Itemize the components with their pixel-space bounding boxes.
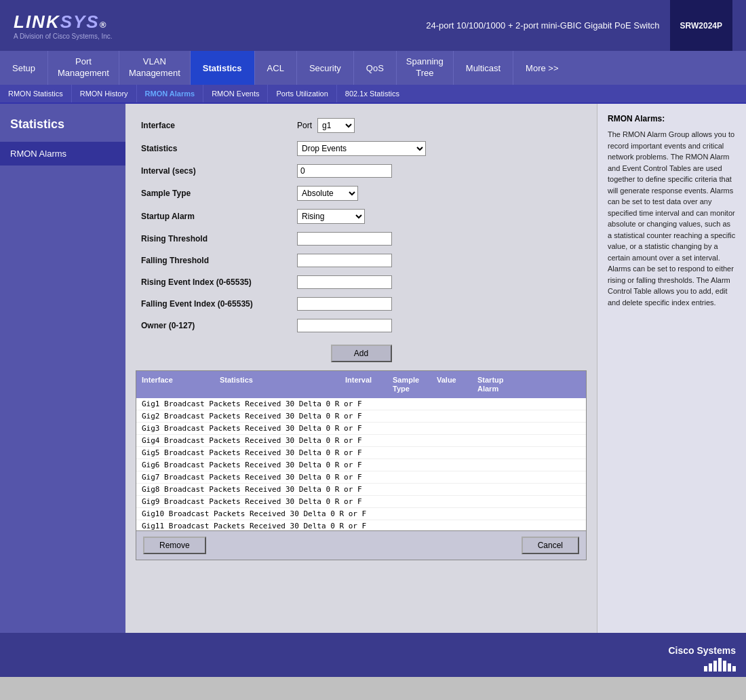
add-button[interactable]: Add [331, 345, 392, 362]
table-row[interactable]: Gig6 Broadcast Packets Received 30 Delta… [136, 459, 586, 471]
nav-statistics[interactable]: Statistics [191, 51, 255, 85]
falling-threshold-value [292, 250, 587, 271]
rising-threshold-input[interactable] [297, 232, 392, 246]
owner-value [292, 315, 587, 336]
sub-nav: RMON Statistics RMON History RMON Alarms… [0, 85, 746, 104]
falling-event-index-input[interactable] [297, 297, 392, 311]
falling-threshold-label: Falling Threshold [136, 250, 292, 271]
data-table-container: Interface Statistics Interval SampleType… [136, 370, 587, 560]
model-badge: SRW2024P [670, 0, 732, 51]
top-nav: Setup PortManagement VLANManagement Stat… [0, 51, 746, 85]
table-row[interactable]: Gig11 Broadcast Packets Received 30 Delt… [136, 520, 586, 530]
nav-spanning-tree[interactable]: SpanningTree [397, 51, 454, 85]
footer: Cisco Systems [0, 633, 746, 677]
table-row[interactable]: Gig7 Broadcast Packets Received 30 Delta… [136, 471, 586, 484]
right-panel-body: The RMON Alarm Group allows you to recor… [608, 129, 736, 308]
sidebar-item-rmon-alarms[interactable]: RMON Alarms [0, 142, 125, 166]
cisco-icon [668, 658, 736, 672]
nav-security[interactable]: Security [297, 51, 354, 85]
logo-area: LINKSYS® A Division of Cisco Systems, In… [14, 12, 113, 40]
table-row[interactable]: Gig3 Broadcast Packets Received 30 Delta… [136, 423, 586, 435]
main-layout: Statistics RMON Alarms SetupRouter.com I… [0, 104, 746, 633]
rising-event-index-value [292, 271, 587, 293]
rising-event-index-label: Rising Event Index (0-65535) [136, 271, 292, 293]
falling-event-index-value [292, 293, 587, 315]
table-row[interactable]: Gig1 Broadcast Packets Received 30 Delta… [136, 398, 586, 410]
col-scroll-placeholder [526, 374, 540, 395]
device-info: 24-port 10/100/1000 + 2-port mini-GBIC G… [426, 20, 659, 31]
col-startup-alarm: StartupAlarm [472, 374, 526, 395]
table-row[interactable]: Gig10 Broadcast Packets Received 30 Delt… [136, 508, 586, 520]
col-interval: Interval [340, 374, 387, 395]
table-row[interactable]: Gig9 Broadcast Packets Received 30 Delta… [136, 496, 586, 508]
col-interface: Interface [136, 374, 214, 395]
content-area: SetupRouter.com Interface Port g1 g2 g [125, 104, 597, 633]
nav-more[interactable]: More >> [513, 51, 570, 85]
interface-value: Port g1 g2 g3 g4 [292, 114, 587, 137]
table-row[interactable]: Gig8 Broadcast Packets Received 30 Delta… [136, 484, 586, 496]
table-header: Interface Statistics Interval SampleType… [136, 371, 586, 398]
table-row[interactable]: Gig5 Broadcast Packets Received 30 Delta… [136, 447, 586, 459]
form-table: Interface Port g1 g2 g3 g4 [136, 114, 587, 336]
sub-nav-rmon-statistics[interactable]: RMON Statistics [0, 85, 72, 102]
sidebar: Statistics RMON Alarms [0, 104, 125, 633]
sample-type-label: Sample Type [136, 182, 292, 205]
owner-label: Owner (0-127) [136, 315, 292, 336]
cisco-logo-area: Cisco Systems [668, 645, 736, 672]
interface-label: Interface [136, 114, 292, 137]
col-statistics: Statistics [214, 374, 340, 395]
falling-threshold-input[interactable] [297, 254, 392, 267]
falling-event-index-label: Falling Event Index (0-65535) [136, 293, 292, 315]
nav-vlan-management[interactable]: VLANManagement [119, 51, 191, 85]
cisco-label: Cisco Systems [668, 645, 736, 656]
table-rows: Gig1 Broadcast Packets Received 30 Delta… [136, 398, 586, 530]
sample-type-value: Absolute Delta [292, 182, 587, 205]
statistics-value: Drop Events Octets Packets Broadcast Pac… [292, 137, 587, 160]
nav-multicast[interactable]: Multicast [454, 51, 513, 85]
col-sample-type: SampleType [387, 374, 431, 395]
sample-type-select[interactable]: Absolute Delta [297, 186, 358, 201]
col-value: Value [431, 374, 472, 395]
owner-input[interactable] [297, 319, 392, 332]
nav-port-management[interactable]: PortManagement [48, 51, 119, 85]
form-container: Interface Port g1 g2 g3 g4 [136, 114, 587, 560]
interval-value [292, 160, 587, 182]
startup-alarm-label: Startup Alarm [136, 205, 292, 228]
sub-nav-rmon-history[interactable]: RMON History [72, 85, 137, 102]
nav-acl[interactable]: ACL [255, 51, 297, 85]
sub-nav-rmon-events[interactable]: RMON Events [203, 85, 268, 102]
interval-input[interactable] [297, 164, 392, 178]
statistics-label: Statistics [136, 137, 292, 160]
startup-alarm-value: Rising Falling Rising or Falling [292, 205, 587, 228]
sub-nav-rmon-alarms[interactable]: RMON Alarms [137, 85, 204, 102]
sub-nav-8021x-statistics[interactable]: 802.1x Statistics [337, 85, 408, 102]
port-select[interactable]: g1 g2 g3 g4 [317, 118, 355, 133]
table-row[interactable]: Gig2 Broadcast Packets Received 30 Delta… [136, 410, 586, 423]
statistics-select[interactable]: Drop Events Octets Packets Broadcast Pac… [297, 141, 426, 156]
port-label: Port [297, 121, 312, 130]
rising-threshold-label: Rising Threshold [136, 228, 292, 250]
startup-alarm-select[interactable]: Rising Falling Rising or Falling [297, 209, 365, 224]
sub-nav-ports-utilization[interactable]: Ports Utilization [268, 85, 336, 102]
interval-label: Interval (secs) [136, 160, 292, 182]
table-row[interactable]: Gig4 Broadcast Packets Received 30 Delta… [136, 435, 586, 447]
cancel-button[interactable]: Cancel [522, 537, 579, 554]
right-panel-title: RMON Alarms: [608, 114, 736, 123]
right-panel: RMON Alarms: The RMON Alarm Group allows… [597, 104, 746, 633]
nav-setup[interactable]: Setup [0, 51, 48, 85]
logo-text: LINKSYS® [14, 12, 113, 33]
nav-qos[interactable]: QoS [354, 51, 397, 85]
logo-sub: A Division of Cisco Systems, Inc. [14, 33, 113, 40]
table-buttons: Remove Cancel [136, 530, 586, 560]
remove-button[interactable]: Remove [143, 537, 206, 554]
rising-threshold-value [292, 228, 587, 250]
rising-event-index-input[interactable] [297, 275, 392, 289]
sidebar-title: Statistics [0, 104, 125, 142]
